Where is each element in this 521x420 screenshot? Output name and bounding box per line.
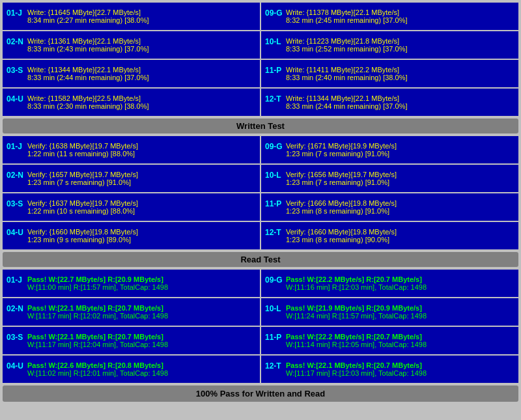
device-cell: 09-GPass! W:[22.2 MByte/s] R:[20.7 MByte… <box>261 270 518 297</box>
verify-grid: 01-JVerify: {1638 MByte}[19.7 MByte/s]1:… <box>3 136 518 249</box>
cell-line1: Verify: {1657 MByte}[19.7 MByte/s] <box>27 171 256 178</box>
device-label: 10-L <box>265 171 283 180</box>
cell-line1: Pass! W:[21.9 MByte/s] R:[20.9 MByte/s] <box>286 304 514 312</box>
device-label: 09-G <box>265 275 283 285</box>
cell-line2: 8:33 min (2:52 min remaining) [37.0%] <box>286 45 514 53</box>
cell-line1: Write: {11223 MByte}[21.8 MByte/s] <box>286 37 514 45</box>
device-cell: 09-GVerify: {1671 MByte}[19.9 MByte/s]1:… <box>261 136 518 163</box>
read-header: Read Test <box>3 252 518 267</box>
verify-section: 01-JVerify: {1638 MByte}[19.7 MByte/s]1:… <box>3 136 518 249</box>
device-cell: 10-LWrite: {11223 MByte}[21.8 MByte/s]8:… <box>261 31 518 59</box>
device-cell: 04-UWrite: {11582 MByte}[22.5 MByte/s]8:… <box>3 89 260 116</box>
device-cell: 04-UPass! W:[22.6 MByte/s] R:[20.8 MByte… <box>3 356 260 383</box>
device-cell: 01-JPass! W:[22.7 MByte/s] R:[20.9 MByte… <box>3 270 260 297</box>
cell-line2: W:[11:16 min] R:[12:03 min], TotalCap: 1… <box>286 283 514 291</box>
cell-line2: 1:23 min (8 s remaining) [91.0%] <box>286 207 514 215</box>
device-label: 03-S <box>7 199 25 208</box>
cell-line2: 1:23 min (7 s remaining) [91.0%] <box>286 150 514 158</box>
cell-line1: Write: {11645 MByte}[22.7 MByte/s] <box>27 8 256 16</box>
device-label: 11-P <box>265 66 283 75</box>
cell-line1: Pass! W:[22.7 MByte/s] R:[20.9 MByte/s] <box>27 275 256 283</box>
cell-line2: 8:32 min (2:45 min remaining) [37.0%] <box>286 16 514 24</box>
cell-line2: 1:23 min (9 s remaining) [89.0%] <box>27 236 256 244</box>
cell-line2: 8:33 min (2:40 min remaining) [38.0%] <box>286 74 514 81</box>
device-cell: 02-NVerify: {1657 MByte}[19.7 MByte/s]1:… <box>3 165 260 192</box>
cell-line2: 1:23 min (8 s remaining) [90.0%] <box>286 236 514 244</box>
device-label: 02-N <box>7 304 25 313</box>
device-cell: 11-PWrite: {11411 MByte}[22.2 MByte/s]8:… <box>261 60 518 87</box>
device-cell: 12-TWrite: {11344 MByte}[22.1 MByte/s]8:… <box>261 89 518 116</box>
cell-line2: 8:33 min (2:44 min remaining) [37.0%] <box>286 102 514 110</box>
cell-line1: Verify: {1656 MByte}[19.7 MByte/s] <box>286 171 514 178</box>
device-label: 01-J <box>7 275 25 285</box>
read-section: 01-JPass! W:[22.7 MByte/s] R:[20.9 MByte… <box>3 270 518 383</box>
cell-line1: Write: {11411 MByte}[22.2 MByte/s] <box>286 66 514 74</box>
cell-line1: Write: {11378 MByte}[22.1 MByte/s] <box>286 8 514 16</box>
cell-line2: W:[11:17 min] R:[12:02 min], TotalCap: 1… <box>27 312 256 320</box>
cell-line1: Pass! W:[22.1 MByte/s] R:[20.7 MByte/s] <box>286 361 514 369</box>
device-cell: 11-PPass! W:[22.2 MByte/s] R:[20.7 MByte… <box>261 327 518 354</box>
device-cell: 02-NWrite: {11361 MByte}[22.1 MByte/s]8:… <box>3 31 260 59</box>
device-cell: 12-TPass! W:[22.1 MByte/s] R:[20.7 MByte… <box>261 356 518 383</box>
device-cell: 09-GWrite: {11378 MByte}[22.1 MByte/s]8:… <box>261 3 518 30</box>
cell-line1: Write: {11361 MByte}[22.1 MByte/s] <box>27 37 256 45</box>
device-label: 03-S <box>7 333 25 342</box>
cell-line2: W:[11:17 min] R:[12:04 min], TotalCap: 1… <box>27 341 256 348</box>
device-label: 11-P <box>265 333 283 342</box>
footer-status: 100% Pass for Written and Read <box>3 385 518 402</box>
cell-line1: Write: {11344 MByte}[22.1 MByte/s] <box>27 66 256 74</box>
device-label: 04-U <box>7 94 25 104</box>
device-label: 01-J <box>7 8 25 18</box>
device-cell: 03-SWrite: {11344 MByte}[22.1 MByte/s]8:… <box>3 60 260 87</box>
cell-line2: 1:22 min (10 s remaining) [88.0%] <box>27 207 256 215</box>
cell-line2: W:[11:00 min] R:[11:57 min], TotalCap: 1… <box>27 283 256 291</box>
device-cell: 11-PVerify: {1666 MByte}[19.8 MByte/s]1:… <box>261 193 518 221</box>
device-label: 12-T <box>265 361 283 371</box>
cell-line2: 8:34 min (2:27 min remaining) [38.0%] <box>27 16 256 24</box>
cell-line2: W:[11:24 min] R:[11:57 min], TotalCap: 1… <box>286 312 514 320</box>
device-cell: 03-SPass! W:[22.1 MByte/s] R:[20.7 MByte… <box>3 327 260 354</box>
device-label: 12-T <box>265 228 283 237</box>
cell-line2: W:[11:02 min] R:[12:01 min], TotalCap: 1… <box>27 369 256 377</box>
device-label: 04-U <box>7 228 25 237</box>
cell-line2: 1:23 min (7 s remaining) [91.0%] <box>286 178 514 186</box>
cell-line2: W:[11:14 min] R:[12:05 min], TotalCap: 1… <box>286 341 514 348</box>
write-header: Written Test <box>3 119 518 133</box>
cell-line2: 8:33 min (2:44 min remaining) [37.0%] <box>27 74 256 81</box>
device-label: 09-G <box>265 8 283 18</box>
cell-line1: Verify: {1637 MByte}[19.7 MByte/s] <box>27 199 256 207</box>
write-section: 01-JWrite: {11645 MByte}[22.7 MByte/s]8:… <box>3 3 518 133</box>
cell-line1: Pass! W:[22.2 MByte/s] R:[20.7 MByte/s] <box>286 333 514 341</box>
device-label: 02-N <box>7 37 25 46</box>
device-label: 02-N <box>7 171 25 180</box>
cell-line1: Verify: {1666 MByte}[19.8 MByte/s] <box>286 199 514 207</box>
cell-line1: Verify: {1638 MByte}[19.7 MByte/s] <box>27 142 256 150</box>
device-label: 11-P <box>265 199 283 208</box>
cell-line2: W:[11:17 min] R:[12:03 min], TotalCap: 1… <box>286 369 514 377</box>
write-grid: 01-JWrite: {11645 MByte}[22.7 MByte/s]8:… <box>3 3 518 116</box>
device-cell: 01-JWrite: {11645 MByte}[22.7 MByte/s]8:… <box>3 3 260 30</box>
cell-line2: 8:33 min (2:30 min remaining) [38.0%] <box>27 102 256 110</box>
device-label: 10-L <box>265 304 283 313</box>
device-label: 04-U <box>7 361 25 371</box>
device-cell: 10-LPass! W:[21.9 MByte/s] R:[20.9 MByte… <box>261 298 518 326</box>
cell-line1: Write: {11582 MByte}[22.5 MByte/s] <box>27 94 256 102</box>
cell-line1: Verify: {1660 MByte}[19.8 MByte/s] <box>27 228 256 236</box>
cell-line2: 1:22 min (11 s remaining) [88.0%] <box>27 150 256 158</box>
cell-line1: Pass! W:[22.1 MByte/s] R:[20.7 MByte/s] <box>27 304 256 312</box>
device-cell: 04-UVerify: {1660 MByte}[19.8 MByte/s]1:… <box>3 222 260 249</box>
cell-line1: Pass! W:[22.1 MByte/s] R:[20.7 MByte/s] <box>27 333 256 341</box>
device-cell: 10-LVerify: {1656 MByte}[19.7 MByte/s]1:… <box>261 165 518 192</box>
read-grid: 01-JPass! W:[22.7 MByte/s] R:[20.9 MByte… <box>3 270 518 383</box>
device-label: 09-G <box>265 142 283 151</box>
cell-line1: Write: {11344 MByte}[22.1 MByte/s] <box>286 94 514 102</box>
cell-line1: Pass! W:[22.6 MByte/s] R:[20.8 MByte/s] <box>27 361 256 369</box>
main-container: 01-JWrite: {11645 MByte}[22.7 MByte/s]8:… <box>0 0 521 404</box>
device-cell: 02-NPass! W:[22.1 MByte/s] R:[20.7 MByte… <box>3 298 260 326</box>
device-label: 03-S <box>7 66 25 75</box>
device-cell: 01-JVerify: {1638 MByte}[19.7 MByte/s]1:… <box>3 136 260 163</box>
device-label: 10-L <box>265 37 283 46</box>
cell-line1: Verify: {1671 MByte}[19.9 MByte/s] <box>286 142 514 150</box>
device-label: 01-J <box>7 142 25 151</box>
device-label: 12-T <box>265 94 283 104</box>
